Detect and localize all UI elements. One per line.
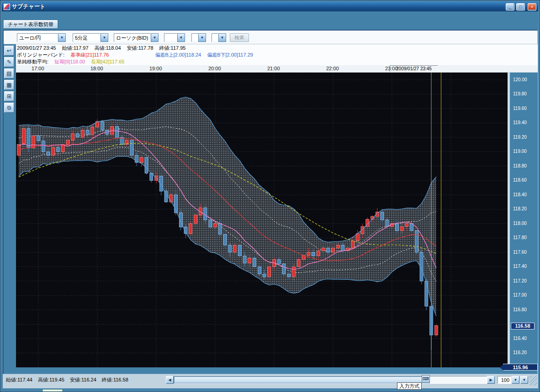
session-high: 高値:119.45 [38, 377, 64, 382]
currency-pair-dropdown[interactable]: ユーロ/円 ▼ [17, 33, 66, 42]
price-axis: 116.58 120.00119.80119.60119.40119.20119… [508, 73, 538, 367]
session-low-badge: 115.96 [503, 364, 538, 371]
chevron-down-icon[interactable]: ▼ [151, 33, 159, 42]
timeframe-dropdown[interactable]: 5分足 ▼ [73, 33, 108, 42]
price-tick-label: 117.20 [513, 278, 527, 283]
current-price-badge: 116.58 [511, 323, 535, 329]
app-window: サブチャート _ □ × チャート表示数切替 ユーロ/円 ▼ 5分足 ▼ ローソ… [0, 0, 540, 392]
session-open: 始値:117.44 [6, 377, 32, 382]
bollinger-base-value: 基準線[21]117.76 [70, 52, 109, 57]
extra-dropdown-button[interactable]: ▼ [520, 376, 528, 384]
candle-open: 始値:117.97 [62, 45, 89, 51]
time-tick-label: 23:00 [385, 66, 398, 71]
price-tick-label: 116.40 [513, 336, 527, 341]
close-button[interactable]: × [528, 3, 536, 10]
time-tick-label: 18:00 [90, 66, 103, 71]
bollinger-upper-value: 偏差B上[2.00]118.24 [155, 52, 201, 57]
price-tick-label: 119.20 [513, 135, 527, 140]
window-tool-icon[interactable]: ⧉ [4, 103, 14, 113]
scroll-right-button[interactable]: ▶ [487, 376, 495, 384]
search-button[interactable]: 検索 [230, 33, 249, 42]
titlebar[interactable]: サブチャート _ □ × [2, 2, 538, 11]
input-method-button[interactable]: ⌨ [422, 375, 430, 382]
count-dropdown-button[interactable]: ▼ [512, 376, 519, 384]
scrollbar-track[interactable] [174, 376, 487, 384]
scroll-left-button[interactable]: ◀ [166, 376, 174, 384]
time-tick-label: 21:00 [267, 66, 280, 71]
window-title: サブチャート [12, 3, 504, 10]
candle-ohlc-row: 2009/01/27 23:45 始値:117.97 高値:118.04 安値:… [17, 45, 537, 52]
price-tick-label: 118.40 [513, 192, 527, 197]
price-tick-label: 118.20 [513, 206, 527, 211]
app-icon [4, 4, 10, 10]
price-tick-label: 116.80 [513, 307, 527, 312]
chart-type-value: ローソク(BID) [114, 33, 151, 42]
back-tool-icon[interactable]: ↩ [4, 46, 14, 56]
input-method-tooltip: 入力方式 [397, 382, 422, 390]
indicator-info-panel: 2009/01/27 23:45 始値:117.97 高値:118.04 安値:… [16, 44, 538, 65]
tool-sidebar: ↩✎▤▦⊞⧉ [4, 46, 15, 146]
sma-short-value: 短期[9]118.00 [54, 59, 85, 64]
price-tick-label: 117.80 [513, 235, 527, 240]
background-window-tab [42, 389, 63, 392]
candle-low: 安値:117.78 [127, 45, 154, 51]
chevron-down-icon[interactable]: ▼ [218, 33, 226, 42]
sma-row: 単純移動平均: 短期[9]118.00 長期[42]117.65 [17, 58, 537, 65]
time-axis: 2009/01/27 23:45 17:0018:0019:0020:0021:… [16, 65, 538, 73]
currency-pair-value: ユーロ/円 [17, 33, 58, 42]
left-arrow-icon [500, 364, 503, 371]
chart-tool-icon[interactable]: ▤ [4, 68, 14, 78]
draw-tool-icon[interactable]: ✎ [4, 57, 14, 67]
empty-dropdown-2[interactable]: ▼ [191, 33, 206, 42]
session-low: 安値:116.24 [70, 377, 96, 382]
price-tick-label: 118.60 [513, 178, 527, 183]
price-tick-label: 117.40 [513, 264, 527, 269]
price-tick-label: 119.00 [513, 149, 527, 154]
empty-dropdown-3[interactable]: ▼ [212, 33, 226, 42]
candle-high: 高値:118.04 [95, 45, 121, 51]
empty-dropdown-value [212, 33, 218, 42]
chart-type-dropdown[interactable]: ローソク(BID) ▼ [114, 33, 159, 42]
candle-close: 終値:117.95 [159, 45, 186, 51]
time-tick-label: 17:00 [32, 66, 44, 71]
sma-label: 単純移動平均: [17, 59, 48, 64]
price-tick-label: 119.80 [513, 91, 527, 96]
price-tick-label: 117.60 [513, 250, 527, 255]
empty-dropdown-value [191, 33, 198, 42]
candle-datetime: 2009/01/27 23:45 [17, 45, 56, 51]
chevron-down-icon[interactable]: ▼ [198, 33, 206, 42]
display-count-field[interactable]: 100 [498, 376, 511, 384]
bollinger-lower-value: 偏差B下[2.00]117.29 [207, 52, 253, 57]
chart-count-toggle-button[interactable]: チャート表示数切替 [3, 20, 58, 29]
maximize-button[interactable]: □ [516, 3, 525, 10]
bollinger-label: ボリンジャーバンド: [17, 52, 64, 57]
grid-tool-icon[interactable]: ▦ [4, 80, 14, 90]
price-tick-label: 119.60 [513, 106, 527, 111]
session-low-value: 115.96 [513, 365, 528, 370]
minimize-button[interactable]: _ [506, 3, 514, 10]
time-tick-label: 20:00 [208, 66, 221, 71]
sma-long-value: 長期[42]117.65 [91, 59, 124, 64]
timeframe-value: 5分足 [73, 33, 101, 42]
price-tick-label: 119.40 [513, 120, 527, 125]
price-tick-label: 118.80 [513, 163, 527, 168]
chevron-down-icon[interactable]: ▼ [101, 33, 108, 42]
session-ohlc: 始値:117.44 高値:119.45 安値:116.24 終値:116.58 [6, 376, 132, 383]
session-close: 終値:116.58 [102, 377, 128, 382]
print-tool-icon[interactable]: ⊞ [4, 91, 14, 101]
bollinger-row: ボリンジャーバンド: 基準線[21]117.76 偏差B上[2.00]118.2… [17, 52, 537, 58]
time-tick-label: 19:00 [149, 66, 162, 71]
resize-grip[interactable] [529, 376, 537, 386]
price-tick-label: 120.00 [513, 77, 527, 82]
chart-area[interactable] [16, 73, 508, 367]
price-tick-label: 118.00 [513, 221, 527, 226]
price-tick-label: 116.20 [513, 350, 527, 355]
chevron-down-icon[interactable]: ▼ [58, 33, 66, 42]
price-tick-label: 117.00 [513, 293, 527, 298]
empty-dropdown-1[interactable]: ▼ [164, 33, 185, 42]
chevron-down-icon[interactable]: ▼ [177, 33, 185, 42]
candlestick-chart[interactable] [16, 73, 508, 367]
time-tick-label: 22:00 [326, 66, 339, 71]
scrollbar-thumb[interactable] [174, 376, 430, 383]
empty-dropdown-value [164, 33, 177, 42]
